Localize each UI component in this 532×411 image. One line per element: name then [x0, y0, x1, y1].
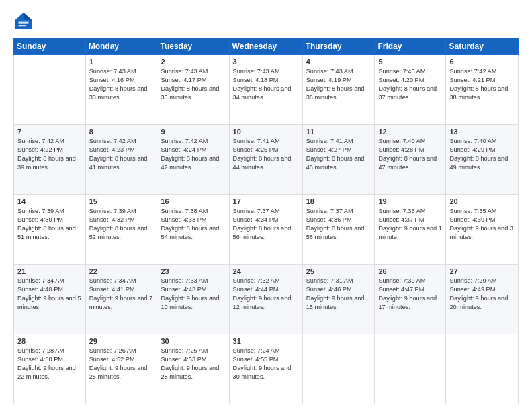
col-header-wednesday: Wednesday	[229, 38, 302, 55]
page: SundayMondayTuesdayWednesdayThursdayFrid…	[0, 0, 532, 411]
day-info: Sunrise: 7:40 AMSunset: 4:28 PMDaylight:…	[378, 137, 442, 172]
day-info: Sunrise: 7:33 AMSunset: 4:43 PMDaylight:…	[161, 277, 225, 312]
day-cell: 18Sunrise: 7:37 AMSunset: 4:36 PMDayligh…	[302, 195, 375, 265]
day-cell: 4Sunrise: 7:43 AMSunset: 4:19 PMDaylight…	[302, 55, 375, 125]
day-number: 10	[233, 128, 299, 136]
day-info: Sunrise: 7:43 AMSunset: 4:20 PMDaylight:…	[378, 67, 442, 102]
svg-marker-1	[24, 13, 32, 20]
day-cell: 28Sunrise: 7:28 AMSunset: 4:50 PMDayligh…	[14, 334, 86, 404]
day-cell	[446, 334, 519, 404]
day-cell	[302, 334, 375, 404]
day-number: 25	[306, 267, 371, 275]
day-info: Sunrise: 7:41 AMSunset: 4:27 PMDaylight:…	[306, 137, 371, 172]
day-number: 3	[233, 58, 299, 66]
day-cell: 7Sunrise: 7:42 AMSunset: 4:22 PMDaylight…	[14, 125, 86, 195]
day-number: 2	[161, 58, 225, 66]
day-number: 31	[233, 337, 299, 345]
day-cell: 9Sunrise: 7:42 AMSunset: 4:24 PMDaylight…	[157, 125, 229, 195]
day-number: 26	[378, 267, 442, 275]
day-cell: 14Sunrise: 7:39 AMSunset: 4:30 PMDayligh…	[14, 195, 86, 265]
day-cell: 12Sunrise: 7:40 AMSunset: 4:28 PMDayligh…	[375, 125, 446, 195]
day-number: 24	[233, 267, 299, 275]
day-cell: 24Sunrise: 7:32 AMSunset: 4:44 PMDayligh…	[229, 265, 302, 334]
col-header-monday: Monday	[85, 38, 157, 55]
day-number: 5	[378, 58, 442, 66]
svg-rect-3	[19, 25, 26, 26]
day-info: Sunrise: 7:29 AMSunset: 4:49 PMDaylight:…	[449, 277, 515, 312]
day-info: Sunrise: 7:24 AMSunset: 4:55 PMDaylight:…	[233, 347, 299, 381]
day-cell: 16Sunrise: 7:38 AMSunset: 4:33 PMDayligh…	[157, 195, 229, 265]
header	[13, 11, 519, 31]
day-cell: 5Sunrise: 7:43 AMSunset: 4:20 PMDaylight…	[375, 55, 446, 125]
day-info: Sunrise: 7:40 AMSunset: 4:29 PMDaylight:…	[449, 137, 515, 172]
day-number: 8	[89, 128, 154, 136]
day-info: Sunrise: 7:34 AMSunset: 4:41 PMDaylight:…	[89, 277, 154, 312]
day-number: 20	[449, 197, 515, 205]
day-cell: 8Sunrise: 7:42 AMSunset: 4:23 PMDaylight…	[85, 125, 157, 195]
day-cell: 25Sunrise: 7:31 AMSunset: 4:46 PMDayligh…	[302, 265, 375, 334]
day-cell: 31Sunrise: 7:24 AMSunset: 4:55 PMDayligh…	[229, 334, 302, 404]
day-number: 15	[89, 197, 154, 205]
logo	[13, 11, 36, 31]
col-header-thursday: Thursday	[302, 38, 375, 55]
day-info: Sunrise: 7:25 AMSunset: 4:53 PMDaylight:…	[161, 347, 225, 381]
day-cell	[375, 334, 446, 404]
week-row-4: 21Sunrise: 7:34 AMSunset: 4:40 PMDayligh…	[14, 265, 519, 334]
day-cell: 26Sunrise: 7:30 AMSunset: 4:47 PMDayligh…	[375, 265, 446, 334]
day-info: Sunrise: 7:26 AMSunset: 4:52 PMDaylight:…	[89, 347, 154, 381]
logo-icon	[13, 11, 34, 31]
col-header-tuesday: Tuesday	[157, 38, 229, 55]
day-cell: 23Sunrise: 7:33 AMSunset: 4:43 PMDayligh…	[157, 265, 229, 334]
day-info: Sunrise: 7:42 AMSunset: 4:21 PMDaylight:…	[449, 67, 515, 102]
day-number: 4	[306, 58, 371, 66]
day-number: 28	[17, 337, 82, 345]
day-cell: 10Sunrise: 7:41 AMSunset: 4:25 PMDayligh…	[229, 125, 302, 195]
day-number: 22	[89, 267, 154, 275]
day-number: 30	[161, 337, 225, 345]
day-number: 13	[449, 128, 515, 136]
col-header-saturday: Saturday	[446, 38, 519, 55]
day-info: Sunrise: 7:39 AMSunset: 4:32 PMDaylight:…	[89, 207, 154, 242]
day-number: 9	[161, 128, 225, 136]
day-number: 6	[449, 58, 515, 66]
day-number: 23	[161, 267, 225, 275]
day-info: Sunrise: 7:38 AMSunset: 4:33 PMDaylight:…	[161, 207, 225, 242]
svg-rect-2	[19, 22, 29, 24]
calendar-table: SundayMondayTuesdayWednesdayThursdayFrid…	[13, 38, 519, 404]
day-number: 27	[449, 267, 515, 275]
day-info: Sunrise: 7:35 AMSunset: 4:39 PMDaylight:…	[449, 207, 515, 242]
day-number: 18	[306, 197, 371, 205]
week-row-2: 7Sunrise: 7:42 AMSunset: 4:22 PMDaylight…	[14, 125, 519, 195]
day-info: Sunrise: 7:43 AMSunset: 4:17 PMDaylight:…	[161, 67, 225, 102]
week-row-5: 28Sunrise: 7:28 AMSunset: 4:50 PMDayligh…	[14, 334, 519, 404]
day-info: Sunrise: 7:34 AMSunset: 4:40 PMDaylight:…	[17, 277, 82, 312]
day-cell: 3Sunrise: 7:43 AMSunset: 4:18 PMDaylight…	[229, 55, 302, 125]
day-number: 12	[378, 128, 442, 136]
day-info: Sunrise: 7:42 AMSunset: 4:22 PMDaylight:…	[17, 137, 82, 172]
week-row-1: 1Sunrise: 7:43 AMSunset: 4:16 PMDaylight…	[14, 55, 519, 125]
day-cell: 30Sunrise: 7:25 AMSunset: 4:53 PMDayligh…	[157, 334, 229, 404]
day-info: Sunrise: 7:43 AMSunset: 4:18 PMDaylight:…	[233, 67, 299, 102]
day-number: 29	[89, 337, 154, 345]
day-info: Sunrise: 7:41 AMSunset: 4:25 PMDaylight:…	[233, 137, 299, 172]
day-cell: 17Sunrise: 7:37 AMSunset: 4:34 PMDayligh…	[229, 195, 302, 265]
day-info: Sunrise: 7:37 AMSunset: 4:34 PMDaylight:…	[233, 207, 299, 242]
day-number: 1	[89, 58, 154, 66]
day-number: 11	[306, 128, 371, 136]
day-number: 16	[161, 197, 225, 205]
day-info: Sunrise: 7:43 AMSunset: 4:19 PMDaylight:…	[306, 67, 371, 102]
day-cell: 2Sunrise: 7:43 AMSunset: 4:17 PMDaylight…	[157, 55, 229, 125]
day-cell: 29Sunrise: 7:26 AMSunset: 4:52 PMDayligh…	[85, 334, 157, 404]
week-row-3: 14Sunrise: 7:39 AMSunset: 4:30 PMDayligh…	[14, 195, 519, 265]
day-info: Sunrise: 7:42 AMSunset: 4:24 PMDaylight:…	[161, 137, 225, 172]
day-number: 7	[17, 128, 82, 136]
day-info: Sunrise: 7:30 AMSunset: 4:47 PMDaylight:…	[378, 277, 442, 312]
day-info: Sunrise: 7:43 AMSunset: 4:16 PMDaylight:…	[89, 67, 154, 102]
day-info: Sunrise: 7:37 AMSunset: 4:36 PMDaylight:…	[306, 207, 371, 242]
day-info: Sunrise: 7:36 AMSunset: 4:37 PMDaylight:…	[378, 207, 442, 242]
col-header-sunday: Sunday	[14, 38, 86, 55]
day-cell: 19Sunrise: 7:36 AMSunset: 4:37 PMDayligh…	[375, 195, 446, 265]
day-info: Sunrise: 7:32 AMSunset: 4:44 PMDaylight:…	[233, 277, 299, 312]
day-info: Sunrise: 7:31 AMSunset: 4:46 PMDaylight:…	[306, 277, 371, 312]
day-cell: 13Sunrise: 7:40 AMSunset: 4:29 PMDayligh…	[446, 125, 519, 195]
